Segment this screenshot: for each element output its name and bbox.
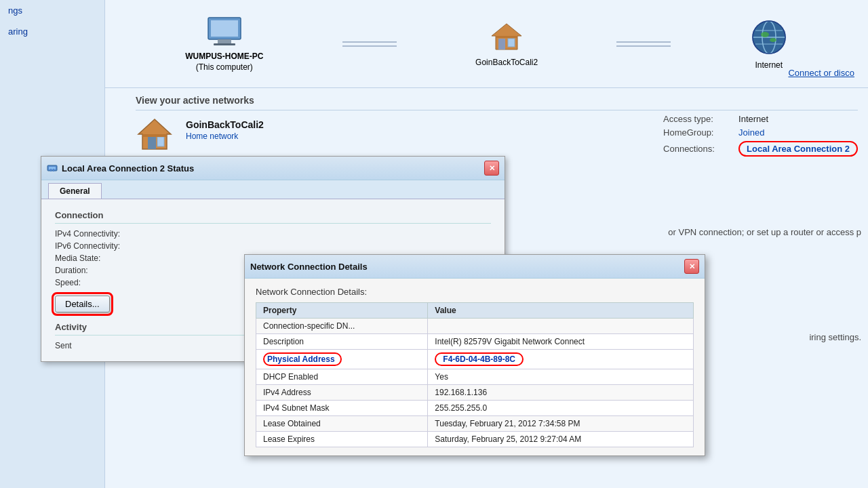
svg-rect-1 bbox=[211, 20, 238, 37]
network-access-block: Access type: Internet HomeGroup: Joined … bbox=[663, 114, 858, 157]
status-tabs: General bbox=[41, 180, 505, 199]
value-cell: Saturday, February 25, 2012 9:27:04 AM bbox=[428, 432, 694, 447]
property-cell: Description bbox=[256, 334, 428, 350]
duration-label: Duration: bbox=[55, 266, 170, 275]
property-cell: Lease Expires bbox=[256, 432, 428, 447]
property-cell: Physical Address bbox=[256, 350, 428, 369]
home-icon bbox=[136, 115, 174, 153]
ipv4-row: IPv4 Connectivity: bbox=[55, 229, 491, 239]
svg-rect-18 bbox=[157, 137, 164, 146]
table-row: IPv4 Subnet Mask255.255.255.0 bbox=[256, 401, 694, 416]
table-row: Lease ExpiresSaturday, February 25, 2012… bbox=[256, 432, 694, 447]
status-dialog-title: Local Area Connection 2 Status bbox=[62, 163, 194, 174]
table-row: Connection-specific DN... bbox=[256, 319, 694, 334]
homegroup-value: Joined bbox=[738, 127, 764, 138]
active-networks-label: View your active networks bbox=[136, 95, 254, 106]
svg-rect-5 bbox=[498, 39, 505, 49]
adapter-icon bbox=[47, 163, 58, 174]
status-dialog-titlebar: Local Area Connection 2 Status ✕ bbox=[41, 157, 505, 180]
internet-icon-item: Internet bbox=[750, 18, 788, 70]
svg-rect-22 bbox=[50, 169, 52, 171]
ipv4-label: IPv4 Connectivity: bbox=[55, 229, 170, 239]
svg-rect-2 bbox=[218, 39, 231, 43]
sidebar-item-ngs[interactable]: ngs bbox=[0, 0, 104, 21]
details-body: Network Connection Details: Property Val… bbox=[245, 279, 705, 455]
sharing-settings-text: iring settings. bbox=[809, 332, 861, 342]
property-cell: DHCP Enabled bbox=[256, 369, 428, 385]
svg-rect-3 bbox=[214, 43, 235, 45]
details-section-label: Network Connection Details: bbox=[256, 287, 694, 297]
media-label: Media State: bbox=[55, 253, 170, 263]
details-button[interactable]: Details... bbox=[55, 296, 110, 312]
access-type-row: Access type: Internet bbox=[663, 114, 858, 124]
value-cell: F4-6D-04-4B-89-8C bbox=[428, 350, 694, 369]
table-row: DHCP EnabledYes bbox=[256, 369, 694, 385]
svg-point-15 bbox=[770, 38, 776, 42]
details-close-button[interactable]: ✕ bbox=[684, 259, 699, 274]
tab-general[interactable]: General bbox=[48, 183, 102, 199]
col-property-header: Property bbox=[256, 303, 428, 319]
details-table: Property Value Connection-specific DN...… bbox=[256, 302, 694, 447]
internet-globe-icon bbox=[750, 18, 788, 56]
table-row: Physical AddressF4-6D-04-4B-89-8C bbox=[256, 350, 694, 369]
value-cell: Tuesday, February 21, 2012 7:34:58 PM bbox=[428, 416, 694, 432]
internet-label: Internet bbox=[755, 60, 783, 70]
property-cell: IPv4 Subnet Mask bbox=[256, 401, 428, 416]
connect-or-disconnect-link[interactable]: Connect or disco bbox=[788, 68, 854, 78]
status-close-button[interactable]: ✕ bbox=[484, 161, 499, 176]
sidebar-item-aring[interactable]: aring bbox=[0, 21, 104, 42]
home-network-icon bbox=[136, 115, 174, 155]
details-titlebar: Network Connection Details ✕ bbox=[245, 255, 705, 279]
details-dialog-title: Network Connection Details bbox=[250, 262, 368, 272]
connection-section-label: Connection bbox=[55, 210, 491, 224]
computer-icon bbox=[205, 15, 243, 47]
value-cell bbox=[428, 319, 694, 334]
svg-point-14 bbox=[761, 32, 769, 37]
svg-rect-17 bbox=[148, 137, 156, 149]
network-section-divider bbox=[136, 110, 858, 110]
network-icon bbox=[488, 21, 526, 54]
svg-rect-21 bbox=[49, 167, 56, 169]
status-title-left: Local Area Connection 2 Status bbox=[47, 163, 194, 174]
value-cell: 192.168.1.136 bbox=[428, 385, 694, 401]
network-arrow-right bbox=[616, 41, 671, 47]
network-info-row: GoinBackToCali2 Home network Access type… bbox=[136, 114, 858, 157]
network-name-block: GoinBackToCali2 Home network bbox=[186, 119, 264, 141]
ipv6-label: IPv6 Connectivity: bbox=[55, 241, 170, 251]
svg-rect-19 bbox=[142, 134, 167, 137]
table-row: Lease ObtainedTuesday, February 21, 2012… bbox=[256, 416, 694, 432]
svg-rect-23 bbox=[53, 169, 54, 171]
network-name: GoinBackToCali2 bbox=[186, 119, 264, 130]
network-type: Home network bbox=[186, 131, 264, 141]
homegroup-label: HomeGroup: bbox=[663, 127, 734, 138]
details-table-header-row: Property Value bbox=[256, 303, 694, 319]
network-label: GoinBackToCali2 bbox=[475, 58, 538, 67]
svg-rect-7 bbox=[496, 36, 517, 38]
ipv6-row: IPv6 Connectivity: bbox=[55, 241, 491, 251]
details-dialog: Network Connection Details ✕ Network Con… bbox=[244, 254, 705, 456]
connections-label: Connections: bbox=[663, 144, 734, 154]
property-cell: IPv4 Address bbox=[256, 385, 428, 401]
computer-label: WUMPUS-HOME-PC(This computer) bbox=[185, 52, 263, 73]
table-row: DescriptionIntel(R) 82579V Gigabit Netwo… bbox=[256, 334, 694, 350]
property-cell: Lease Obtained bbox=[256, 416, 428, 432]
svg-rect-6 bbox=[508, 39, 515, 47]
access-type-label: Access type: bbox=[663, 114, 734, 124]
computer-icon-item: WUMPUS-HOME-PC(This computer) bbox=[185, 15, 263, 73]
network-icon-item: GoinBackToCali2 bbox=[475, 21, 538, 67]
property-cell: Connection-specific DN... bbox=[256, 319, 428, 334]
vpn-connection-text: or VPN connection; or set up a router or… bbox=[668, 227, 861, 237]
connections-row: Connections: Local Area Connection 2 bbox=[663, 141, 858, 157]
value-cell: Yes bbox=[428, 369, 694, 385]
homegroup-row: HomeGroup: Joined bbox=[663, 127, 858, 138]
value-cell: Intel(R) 82579V Gigabit Network Connect bbox=[428, 334, 694, 350]
table-row: IPv4 Address192.168.1.136 bbox=[256, 385, 694, 401]
network-icons-bar: WUMPUS-HOME-PC(This computer) GoinBackTo… bbox=[105, 0, 868, 88]
network-arrow-left bbox=[342, 41, 397, 47]
access-type-value: Internet bbox=[738, 114, 768, 124]
local-area-connection-value[interactable]: Local Area Connection 2 bbox=[738, 141, 858, 157]
col-value-header: Value bbox=[428, 303, 694, 319]
value-cell: 255.255.255.0 bbox=[428, 401, 694, 416]
speed-label: Speed: bbox=[55, 278, 170, 287]
